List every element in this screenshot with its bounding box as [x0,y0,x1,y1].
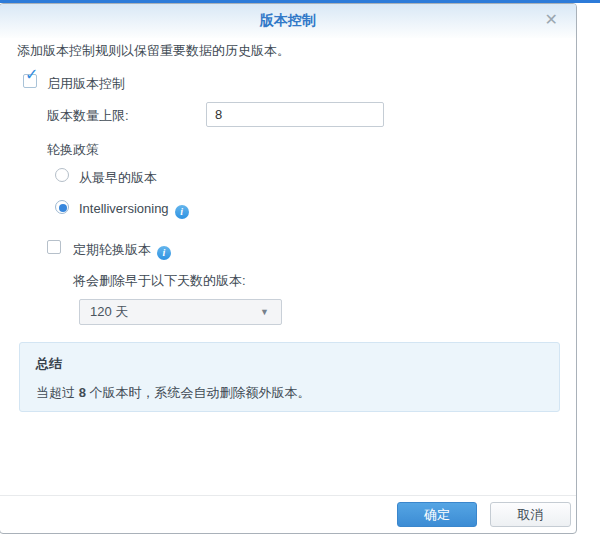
summary-box: 总结 当超过 8 个版本时，系统会自动删除额外版本。 [19,342,560,412]
top-accent-bar [0,0,600,3]
check-icon: ✓ [25,67,38,83]
dialog-description: 添加版本控制规则以保留重要数据的历史版本。 [17,42,290,60]
close-icon[interactable]: ✕ [545,11,558,29]
summary-text-suffix: 个版本时，系统会自动删除额外版本。 [86,385,311,400]
ok-button[interactable]: 确定 [397,502,477,527]
summary-title: 总结 [36,355,543,373]
days-dropdown[interactable]: 120 天 ▼ [79,299,282,325]
footer-divider [0,495,576,496]
summary-text: 当超过 8 个版本时，系统会自动删除额外版本。 [36,384,543,402]
max-versions-label: 版本数量上限: [47,107,129,125]
summary-text-prefix: 当超过 [36,385,79,400]
dialog-title: 版本控制 [0,12,576,30]
radio-earliest-version-label: 从最早的版本 [79,169,157,187]
info-icon[interactable]: i [157,246,171,260]
rotation-policy-label: 轮换政策 [47,141,99,159]
dialog-header: 版本控制 ✕ [0,4,576,38]
radio-intelliversioning-label: Intelliversioningi [79,201,189,219]
page: 版本控制 ✕ 添加版本控制规则以保留重要数据的历史版本。 ✓ 启用版本控制 版本… [0,0,600,539]
summary-text-count: 8 [79,385,86,400]
scheduled-rotation-label: 定期轮换版本i [73,241,171,260]
info-icon[interactable]: i [175,205,189,219]
cancel-button[interactable]: 取消 [490,502,571,527]
chevron-down-icon: ▼ [260,300,269,324]
max-versions-input[interactable] [206,102,384,127]
delete-older-label: 将会删除早于以下天数的版本: [73,272,246,290]
scheduled-rotation-text: 定期轮换版本 [73,242,151,257]
radio-intelliversioning-text: Intelliversioning [79,201,169,216]
enable-version-control-label: 启用版本控制 [47,75,125,93]
radio-selected-dot [59,204,67,212]
radio-earliest-version[interactable] [55,168,69,182]
enable-version-control-checkbox[interactable]: ✓ [23,74,37,88]
days-dropdown-value: 120 天 [90,304,128,319]
version-control-dialog: 版本控制 ✕ 添加版本控制规则以保留重要数据的历史版本。 ✓ 启用版本控制 版本… [0,3,577,534]
scheduled-rotation-checkbox[interactable] [47,240,61,254]
radio-intelliversioning[interactable] [55,200,69,214]
